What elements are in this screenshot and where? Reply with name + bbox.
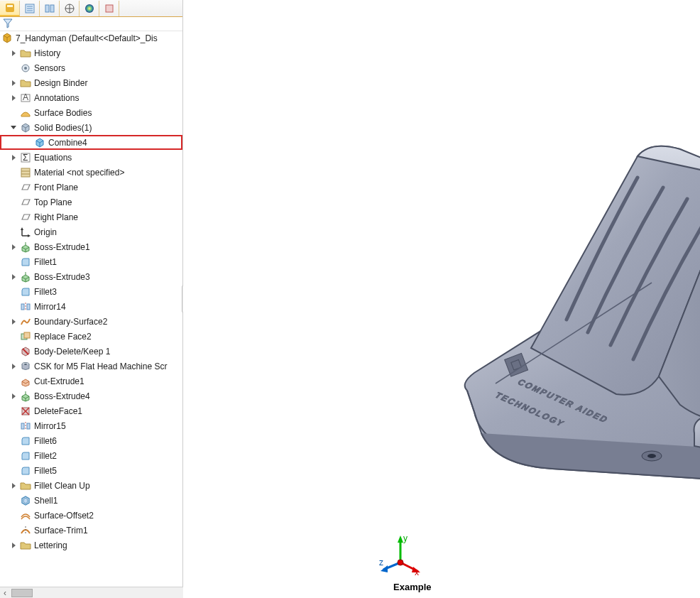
- expander-toggle[interactable]: [10, 244, 17, 251]
- mirror-icon: [20, 301, 31, 312]
- filter-row[interactable]: [0, 17, 182, 31]
- tree-node[interactable]: History: [0, 45, 182, 60]
- svg-rect-19: [21, 168, 30, 177]
- scrollbar-thumb[interactable]: [11, 589, 33, 597]
- expander-spacer: [10, 259, 17, 266]
- trim-icon: [20, 525, 31, 536]
- tree-node[interactable]: Fillet2: [0, 448, 182, 463]
- tree-node-label: Origin: [34, 227, 57, 237]
- expander-toggle[interactable]: [10, 318, 17, 325]
- tree-node[interactable]: Surface-Trim1: [0, 523, 182, 538]
- tree-node-label: Replace Face2: [34, 332, 92, 342]
- expander-toggle[interactable]: [10, 94, 17, 102]
- expander-toggle[interactable]: [10, 482, 17, 489]
- svg-rect-6: [45, 5, 49, 12]
- axis-x-label: x: [415, 567, 419, 577]
- svg-point-11: [85, 4, 94, 13]
- tree-node-label: Fillet Clean Up: [34, 481, 90, 491]
- svg-rect-37: [21, 423, 24, 429]
- tree-node-label: Fillet1: [34, 257, 57, 267]
- tree-node[interactable]: Lettering: [0, 538, 182, 553]
- tree-node[interactable]: Mirror14: [0, 299, 182, 314]
- horizontal-scrollbar[interactable]: ‹: [0, 587, 183, 598]
- tree-node[interactable]: Shell1: [0, 493, 182, 508]
- plane-icon: [20, 212, 31, 223]
- tree-node-label: Material <not specified>: [34, 168, 124, 178]
- tree-node-label: Cut-Extrude1: [34, 376, 84, 386]
- model-render: COMPUTER AIDED TECHNOLOGY: [425, 128, 700, 526]
- expander-spacer: [10, 229, 17, 236]
- tree-node[interactable]: Fillet3: [0, 284, 182, 299]
- tree-node-label: Surface Bodies: [34, 108, 92, 118]
- tree-node-label: Boss-Extrude4: [34, 391, 90, 401]
- tree-node[interactable]: Boss-Extrude1: [0, 239, 182, 254]
- part-icon: [1, 33, 13, 44]
- tree-node[interactable]: Front Plane: [0, 180, 182, 195]
- tree-node[interactable]: Boss-Extrude4: [0, 388, 182, 403]
- display-manager-tab[interactable]: [80, 1, 99, 16]
- tree-node[interactable]: Top Plane: [0, 195, 182, 210]
- feature-manager-tab[interactable]: [0, 1, 20, 16]
- expander-toggle[interactable]: [10, 273, 17, 281]
- tree-node[interactable]: Body-Delete/Keep 1: [0, 344, 182, 359]
- expander-spacer: [10, 288, 17, 295]
- expander-spacer: [10, 303, 17, 310]
- feature-tree[interactable]: 7_Handyman (Default<<Default>_Dis Histor…: [0, 31, 182, 598]
- tree-node[interactable]: Surface Bodies: [0, 105, 182, 120]
- tree-node[interactable]: Material <not specified>: [0, 165, 182, 180]
- tree-node[interactable]: CSK for M5 Flat Head Machine Scr: [0, 359, 182, 374]
- manager-tab-strip: [0, 0, 182, 17]
- svg-rect-0: [6, 4, 14, 12]
- cam-manager-tab[interactable]: [99, 1, 119, 16]
- tree-node[interactable]: Replace Face2: [0, 329, 182, 344]
- material-icon: [20, 167, 31, 178]
- tree-node-label: Solid Bodies(1): [34, 123, 92, 133]
- tree-node-label: Front Plane: [34, 183, 78, 192]
- configuration-manager-tab[interactable]: [40, 1, 60, 16]
- expander-toggle[interactable]: [10, 363, 17, 370]
- tree-node-label: DeleteFace1: [34, 406, 82, 416]
- tree-node[interactable]: Fillet1: [0, 254, 182, 269]
- tree-node[interactable]: Design Binder: [0, 75, 182, 90]
- dimxpert-tab[interactable]: [60, 1, 80, 16]
- tree-node[interactable]: Fillet6: [0, 433, 182, 448]
- tree-node[interactable]: Origin: [0, 224, 182, 239]
- expander-toggle[interactable]: [10, 50, 17, 57]
- tree-node[interactable]: DeleteFace1: [0, 403, 182, 418]
- tree-node[interactable]: AAnnotations: [0, 90, 182, 105]
- expander-toggle[interactable]: [10, 154, 17, 161]
- extrude-icon: [20, 271, 31, 283]
- tree-node[interactable]: Fillet Clean Up: [0, 478, 182, 493]
- tree-node[interactable]: Fillet5: [0, 463, 182, 478]
- tree-node[interactable]: Cut-Extrude1: [0, 374, 182, 388]
- orientation-triad[interactable]: y x z: [379, 534, 422, 577]
- tree-node[interactable]: Solid Bodies(1): [0, 120, 182, 135]
- property-manager-tab[interactable]: [20, 1, 40, 16]
- tree-node-label: Surface-Offset2: [34, 511, 94, 521]
- expander-toggle[interactable]: [10, 542, 17, 549]
- tree-node[interactable]: Right Plane: [0, 210, 182, 224]
- tree-node[interactable]: ΣEquations: [0, 150, 182, 165]
- expander-toggle[interactable]: [10, 124, 17, 131]
- tree-node-label: Mirror15: [34, 421, 66, 431]
- tree-node[interactable]: Boss-Extrude3: [0, 269, 182, 284]
- tree-node[interactable]: Mirror15: [0, 418, 182, 433]
- tree-node[interactable]: Combine4: [0, 135, 182, 150]
- tree-node-label: Combine4: [48, 138, 87, 148]
- expander-toggle[interactable]: [10, 393, 17, 400]
- tree-node[interactable]: Surface-Offset2: [0, 508, 182, 523]
- expander-spacer: [24, 139, 31, 146]
- expander-spacer: [10, 467, 17, 474]
- tree-node-label: Annotations: [34, 93, 79, 103]
- tree-node[interactable]: Boundary-Surface2: [0, 314, 182, 329]
- svg-rect-12: [106, 5, 113, 12]
- tree-node[interactable]: Sensors: [0, 60, 182, 75]
- tree-root[interactable]: 7_Handyman (Default<<Default>_Dis: [0, 31, 182, 45]
- expander-toggle[interactable]: [10, 80, 17, 87]
- sigma-icon: Σ: [20, 152, 31, 163]
- tree-node-label: CSK for M5 Flat Head Machine Scr: [34, 361, 167, 371]
- property-manager-icon: [24, 3, 35, 14]
- feature-tree-panel: 7_Handyman (Default<<Default>_Dis Histor…: [0, 0, 183, 598]
- graphics-viewport[interactable]: COMPUTER AIDED TECHNOLOGY y x z Example: [183, 0, 700, 598]
- annotation-icon: A: [20, 92, 31, 104]
